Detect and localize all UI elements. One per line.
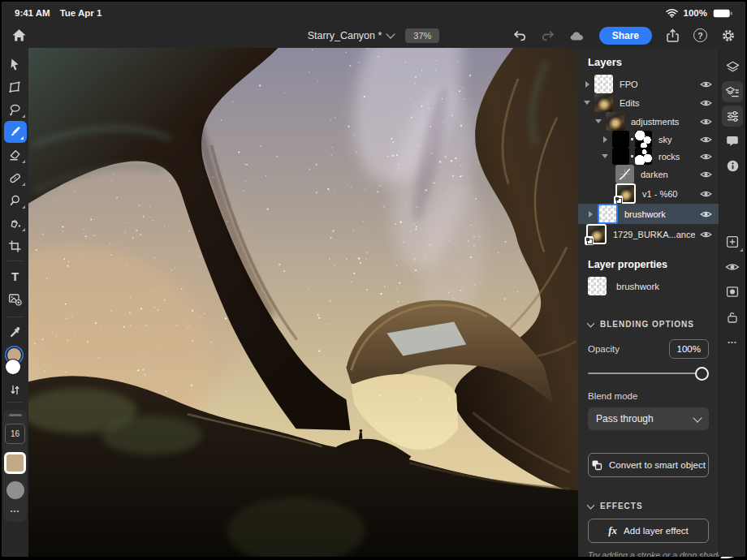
settings-gear-icon[interactable] [721,28,736,43]
magnifier-tool[interactable] [2,189,28,212]
document-canvas[interactable] [28,48,578,557]
home-button[interactable] [11,28,27,42]
healing-brush-tool[interactable] [2,166,28,189]
layer-name: v1 - %60 [642,189,695,199]
brush-options-panel: 16 ••• [3,410,27,522]
selected-layer-thumbnail[interactable] [588,277,607,295]
layer-row[interactable]: rocks [578,148,719,165]
layer-name: Edits [620,98,695,108]
canvas-artwork [28,48,578,557]
export-icon[interactable] [666,28,680,43]
layer-visibility-button[interactable] [719,254,745,279]
undo-button[interactable] [512,29,527,42]
visibility-eye-icon[interactable] [700,189,712,199]
visibility-eye-icon[interactable] [700,152,712,162]
wifi-icon [666,8,678,18]
lock-layer-button[interactable] [719,304,745,330]
layer-row-selected[interactable]: brushwork [578,204,719,224]
layer-mask-thumbnail[interactable] [635,148,652,165]
layer-row[interactable]: darken [578,165,719,183]
zoom-level-badge[interactable]: 37% [405,28,439,43]
comments-button[interactable] [719,128,745,153]
more-options-button[interactable]: ••• [11,507,19,515]
more-options-button[interactable]: ••• [719,330,745,355]
layer-thumbnail[interactable] [594,75,613,93]
opacity-slider[interactable] [588,367,709,380]
smart-object-thumbnail[interactable] [586,224,607,244]
battery-percent: 100% [684,8,707,18]
layer-thumbnail[interactable] [606,112,624,131]
expand-icon[interactable] [585,81,589,88]
lasso-select-tool[interactable] [2,98,28,121]
layer-properties-button[interactable] [722,81,743,102]
blending-options-header[interactable]: BLENDING OPTIONS [588,320,709,329]
blend-mode-label: Blend mode [588,391,709,401]
type-tool[interactable]: T [2,265,28,287]
eyedropper-tool[interactable] [2,321,28,343]
slider-knob[interactable] [695,367,709,381]
help-button[interactable]: ? [693,28,707,42]
layers-panel-title: Layers [578,48,719,75]
fill-tool[interactable] [2,212,28,235]
layer-thumbnail[interactable] [598,204,618,224]
chevron-down-icon [693,413,702,422]
visibility-eye-icon[interactable] [700,170,712,179]
layer-row[interactable]: v1 - %60 [578,183,719,204]
add-layer-effect-button[interactable]: fx Add layer effect [588,519,709,543]
visibility-eye-icon[interactable] [700,230,712,239]
cloud-sync-icon[interactable] [569,29,585,41]
layer-mask-button[interactable] [719,279,745,304]
layer-row[interactable]: sky [578,131,719,148]
slider-track [588,373,709,374]
effects-header[interactable]: EFFECTS [588,502,709,510]
add-layer-button[interactable] [719,229,745,254]
brush-color-swatch[interactable] [4,452,26,474]
brush-preview-circle[interactable] [6,481,24,499]
transform-tool[interactable] [2,75,28,98]
blend-mode-dropdown[interactable]: Pass through [588,407,709,430]
brush-tool[interactable] [2,121,28,144]
move-tool[interactable] [2,53,28,75]
convert-smart-object-button[interactable]: Convert to smart object [588,453,709,477]
visibility-eye-icon[interactable] [700,117,712,127]
document-title[interactable]: Starry_Canyon * [308,30,395,41]
expand-icon[interactable] [603,136,607,143]
redo-button[interactable] [541,29,555,42]
layer-thumbnail[interactable] [612,131,629,148]
layer-row[interactable]: FPO [578,75,719,93]
layer-name: adjustments [631,117,695,127]
swap-colors-button[interactable] [2,381,28,398]
layer-name: sky [658,135,695,144]
layer-mask-thumbnail[interactable] [635,131,652,148]
layer-row[interactable]: 1729_BURKA...anced-NR33 [578,224,719,244]
visibility-eye-icon[interactable] [700,135,712,144]
collapse-icon[interactable] [584,101,590,105]
collapse-icon[interactable] [602,154,608,158]
opacity-label: Opacity [588,344,620,354]
background-color-swatch[interactable] [6,360,20,374]
layer-name: darken [641,170,695,179]
color-swatches [5,348,26,379]
expand-icon[interactable] [589,211,593,218]
crop-tool[interactable] [2,235,28,257]
panel-drag-handle[interactable] [9,414,22,416]
layers-compact-button[interactable] [719,54,745,80]
eraser-tool[interactable] [2,144,28,166]
visibility-eye-icon[interactable] [700,209,712,219]
layer-thumbnail[interactable] [612,148,629,165]
collapse-icon[interactable] [595,119,602,123]
opacity-value-field[interactable]: 100% [669,339,709,359]
adjustments-button[interactable] [722,106,743,127]
place-image-tool[interactable] [2,287,28,310]
share-button[interactable]: Share [599,27,652,45]
layer-row[interactable]: Edits [578,93,719,112]
layer-name: FPO [620,80,695,89]
brush-size-field[interactable]: 16 [5,424,25,444]
info-button[interactable] [719,153,745,179]
visibility-eye-icon[interactable] [700,98,712,108]
layer-row[interactable]: adjustments [578,112,719,131]
adjustment-curves-thumbnail[interactable] [615,165,634,183]
visibility-eye-icon[interactable] [700,80,712,89]
smart-object-thumbnail[interactable] [615,183,636,204]
layer-thumbnail[interactable] [594,93,613,112]
